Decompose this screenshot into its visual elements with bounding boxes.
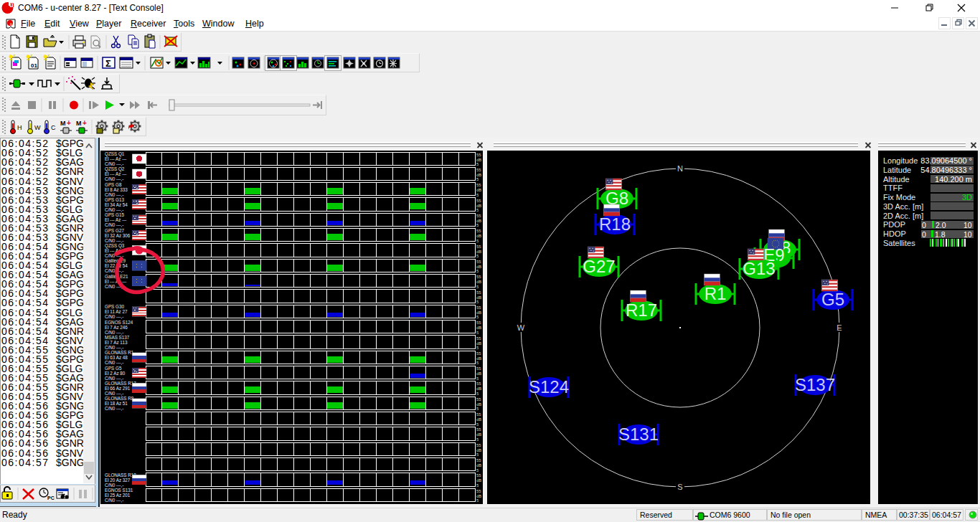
svg-text:dB: dB <box>476 341 481 346</box>
svg-text:5: 5 <box>476 361 479 365</box>
svg-text:C/N0 ---,-: C/N0 ---,- <box>105 360 123 365</box>
svg-text:C/N0 ---,-: C/N0 ---,- <box>105 498 123 503</box>
svg-text:55: 55 <box>476 321 481 325</box>
svg-text:El 7 Az 113: El 7 Az 113 <box>105 340 128 345</box>
svg-text:dB: dB <box>476 371 481 376</box>
svg-text:dB: dB <box>476 204 481 208</box>
svg-text:R1: R1 <box>705 284 727 303</box>
svg-text:55: 55 <box>476 229 481 233</box>
svg-text:G13: G13 <box>743 259 775 278</box>
svg-text:C/N0 ---,-: C/N0 ---,- <box>105 161 123 166</box>
svg-text:E: E <box>837 323 842 332</box>
svg-text:El 7 Az 246: El 7 Az 246 <box>105 325 128 330</box>
svg-text:5: 5 <box>476 468 479 473</box>
svg-text:EGNOS S124: EGNOS S124 <box>105 320 133 325</box>
svg-text:5: 5 <box>476 285 479 289</box>
svg-text:S124: S124 <box>529 377 569 397</box>
svg-text:El 18 Az 51: El 18 Az 51 <box>105 401 128 406</box>
svg-text:55: 55 <box>476 473 481 478</box>
svg-text:5: 5 <box>476 392 479 396</box>
svg-text:C/N0 ---,-: C/N0 ---,- <box>105 330 123 335</box>
svg-text:C/N0 ---,-: C/N0 ---,- <box>105 222 123 227</box>
svg-text:55: 55 <box>476 168 481 172</box>
svg-text:55: 55 <box>476 458 481 462</box>
svg-text:55: 55 <box>476 275 481 279</box>
svg-text:GLONASS R1: GLONASS R1 <box>105 350 134 355</box>
svg-text:GLONASS R17: GLONASS R17 <box>105 381 136 386</box>
svg-text:dB: dB <box>476 448 481 452</box>
svg-text:dB: dB <box>476 265 481 269</box>
svg-text:5: 5 <box>476 498 479 503</box>
svg-text:+: + <box>67 119 71 127</box>
svg-text:M: M <box>60 120 66 127</box>
svg-text:El 66 Az 291: El 66 Az 291 <box>105 386 131 391</box>
svg-text:GPS G13: GPS G13 <box>105 197 124 202</box>
svg-text:C/N0 ---,-: C/N0 ---,- <box>105 376 123 381</box>
svg-text:55: 55 <box>476 412 481 417</box>
svg-text:dB: dB <box>476 494 481 498</box>
svg-text:dB: dB <box>476 250 481 254</box>
svg-text:dB: dB <box>476 386 481 391</box>
svg-text:5: 5 <box>476 331 479 335</box>
svg-text:GPS G27: GPS G27 <box>105 228 124 233</box>
svg-text:El 25 Az 201: El 25 Az 201 <box>105 493 131 498</box>
svg-text:S: S <box>677 483 682 491</box>
svg-text:dB: dB <box>476 463 481 468</box>
svg-text:5: 5 <box>476 346 479 350</box>
svg-text:S137: S137 <box>795 375 835 394</box>
svg-text:dB: dB <box>476 173 481 177</box>
svg-text:El 34 Az 54: El 34 Az 54 <box>105 202 128 207</box>
svg-text:C/N0 ---,-: C/N0 ---,- <box>105 406 123 411</box>
svg-text:55: 55 <box>476 260 481 264</box>
svg-text:5: 5 <box>476 452 479 457</box>
svg-text:R18: R18 <box>599 214 631 234</box>
svg-text:dB: dB <box>476 326 481 330</box>
svg-text:dB: dB <box>476 478 481 483</box>
svg-text:5: 5 <box>476 239 479 243</box>
svg-text:EGNOS S131: EGNOS S131 <box>105 488 133 493</box>
svg-text:55: 55 <box>476 305 481 310</box>
svg-text:H: H <box>17 124 22 131</box>
svg-text:55: 55 <box>476 351 481 356</box>
svg-text:G5: G5 <box>821 290 844 309</box>
svg-text:GLONASS R18: GLONASS R18 <box>105 473 136 478</box>
svg-text:El 2 Az 80: El 2 Az 80 <box>105 371 126 376</box>
svg-text:Σ: Σ <box>105 58 111 69</box>
svg-text:El 8 Az 333: El 8 Az 333 <box>105 187 128 192</box>
svg-text:C: C <box>51 124 56 131</box>
svg-text:55: 55 <box>476 153 481 157</box>
svg-text:55: 55 <box>476 290 481 295</box>
svg-text:5: 5 <box>476 254 479 258</box>
svg-text:5: 5 <box>476 315 479 319</box>
svg-text:dB: dB <box>476 295 481 300</box>
svg-text:dB: dB <box>476 188 481 192</box>
svg-text:GPS G15: GPS G15 <box>105 212 124 217</box>
svg-text:u: u <box>9 1 14 9</box>
svg-text:5: 5 <box>476 437 479 442</box>
svg-text:dB: dB <box>476 280 481 284</box>
svg-text:C/N0 ---,-: C/N0 ---,- <box>105 176 123 181</box>
svg-text:W: W <box>517 323 525 332</box>
svg-text:C/N0 ---,-: C/N0 ---,- <box>105 483 123 488</box>
svg-text:W: W <box>34 124 41 131</box>
svg-text:dB: dB <box>476 432 481 437</box>
svg-text:5: 5 <box>476 269 479 273</box>
svg-text:55: 55 <box>476 489 481 493</box>
svg-text:dB: dB <box>476 310 481 315</box>
svg-text:5: 5 <box>476 407 479 411</box>
svg-text:El --- Az ---: El --- Az --- <box>105 217 126 222</box>
svg-text:El --- Az ---: El --- Az --- <box>105 171 126 176</box>
svg-text:55: 55 <box>476 183 481 187</box>
svg-text:MSAS S137: MSAS S137 <box>105 335 130 340</box>
svg-text:dB: dB <box>476 356 481 361</box>
svg-text:+: + <box>83 119 87 127</box>
svg-text:55: 55 <box>476 397 481 402</box>
svg-text:N: N <box>677 164 683 173</box>
svg-text:5: 5 <box>476 422 479 427</box>
svg-text:dB: dB <box>476 402 481 407</box>
svg-text:5: 5 <box>476 223 479 227</box>
svg-text:GPS G5: GPS G5 <box>105 366 122 371</box>
svg-text:El --- Az ---: El --- Az --- <box>105 156 126 161</box>
svg-text:C/N0 ---,-: C/N0 ---,- <box>105 207 123 212</box>
svg-text:5: 5 <box>476 162 479 166</box>
